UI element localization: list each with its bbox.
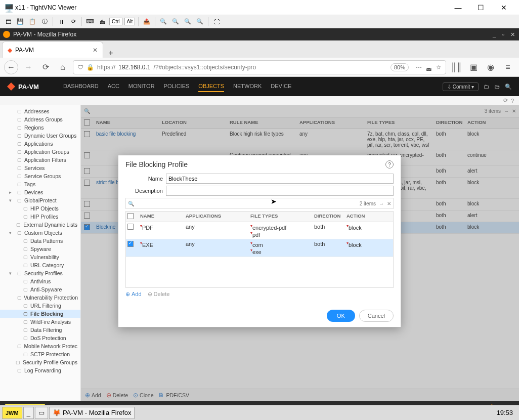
- sidebar-item-application-filters[interactable]: ▢Application Filters: [0, 156, 80, 164]
- dialog-table-row[interactable]: ▾PDFany▾encrypted-pdf▾pdfboth▾block: [126, 222, 393, 239]
- sidebar-item-log-forwarding[interactable]: ▢Log Forwarding: [0, 366, 80, 374]
- vnc-info-icon[interactable]: ⓘ: [39, 17, 50, 27]
- ok-button[interactable]: OK: [327, 310, 355, 322]
- dcol-name[interactable]: NAME: [138, 212, 184, 222]
- taskbar-app-firefox[interactable]: 🦊PA-VM - Mozilla Firefox: [49, 407, 135, 419]
- vnc-cad-icon[interactable]: ⌨: [85, 17, 95, 27]
- browser-tab[interactable]: ◆ PA-VM ✕: [2, 41, 103, 58]
- vnc-pause-icon[interactable]: ⏸: [56, 17, 66, 27]
- firefox-close-button[interactable]: ✕: [509, 31, 516, 38]
- vnc-new-conn-icon[interactable]: 🗔: [3, 17, 13, 27]
- row-checkbox[interactable]: [127, 241, 134, 247]
- dcol-ft[interactable]: FILE TYPES: [248, 212, 312, 222]
- sidebar-item-external-dynamic-lists[interactable]: ▢External Dynamic Lists: [0, 221, 80, 229]
- cancel-button[interactable]: Cancel: [359, 310, 394, 322]
- nav-item-device[interactable]: DEVICE: [271, 81, 291, 92]
- nav-item-policies[interactable]: POLICIES: [164, 81, 190, 92]
- dcol-act[interactable]: ACTION: [344, 212, 389, 222]
- refresh-icon[interactable]: ⟳: [503, 97, 508, 104]
- sidebar-item-vulnerability-protection[interactable]: ▢Vulnerability Protection: [0, 293, 80, 302]
- firefox-maximize-button[interactable]: ▫: [500, 31, 507, 38]
- firefox-minimize-button[interactable]: _: [491, 31, 498, 38]
- vnc-zoomout-icon[interactable]: 🔍: [170, 17, 181, 27]
- jwm-menu-button[interactable]: JWM: [2, 407, 22, 419]
- sidebar-item-address-groups[interactable]: ▢Address Groups: [0, 115, 80, 123]
- nav-item-objects[interactable]: OBJECTS: [198, 81, 224, 92]
- forward-button[interactable]: →: [21, 60, 35, 74]
- sidebar-item-addresses[interactable]: ▢Addresses: [0, 107, 80, 115]
- sidebar-item-spyware[interactable]: ▢Spyware: [0, 245, 80, 253]
- dcol-app[interactable]: APPLICATIONS: [184, 212, 248, 222]
- sidebar-item-dos-protection[interactable]: ▢DoS Protection: [0, 334, 80, 342]
- vnc-fullscreen-icon[interactable]: ⛶: [211, 17, 222, 27]
- description-input[interactable]: [166, 186, 394, 196]
- sidebar-item-service-groups[interactable]: ▢Service Groups: [0, 172, 80, 180]
- reader-badge-icon[interactable]: ◛: [426, 64, 432, 71]
- sidebar-item-file-blocking[interactable]: ▢File Blocking: [0, 310, 80, 318]
- sidebar-icon[interactable]: ▣: [466, 60, 481, 74]
- sidebar-item-application-groups[interactable]: ▢Application Groups: [0, 148, 80, 156]
- home-button[interactable]: ⌂: [56, 60, 70, 74]
- vnc-alt-key[interactable]: Alt: [124, 18, 136, 25]
- window-maximize-button[interactable]: ☐: [469, 1, 492, 15]
- sidebar-item-security-profile-groups[interactable]: ▢Security Profile Groups: [0, 358, 80, 366]
- clear-icon[interactable]: ✕: [387, 201, 391, 206]
- sidebar-item-vulnerability[interactable]: ▢Vulnerability: [0, 253, 80, 261]
- sidebar-item-data-filtering[interactable]: ▢Data Filtering: [0, 326, 80, 334]
- vnc-options-icon[interactable]: 📋: [27, 17, 37, 27]
- library-icon[interactable]: ║║: [449, 60, 463, 74]
- search-icon[interactable]: 🔍: [128, 201, 134, 206]
- help-icon[interactable]: ?: [511, 98, 514, 104]
- nav-item-dashboard[interactable]: DASHBOARD: [63, 81, 99, 92]
- dialog-help-icon[interactable]: ?: [385, 160, 394, 169]
- sidebar-item-anti-spyware[interactable]: ▢Anti-Spyware: [0, 285, 80, 293]
- url-bar[interactable]: 🛡 🔒 https://192.168.0.1/?#objects::vsys1…: [73, 60, 446, 74]
- header-folder-icon[interactable]: 🗀: [484, 83, 489, 90]
- dialog-table-row[interactable]: ▾EXEany▾com▾exeboth▾block: [126, 239, 393, 257]
- nav-item-network[interactable]: NETWORK: [233, 81, 262, 92]
- dcol-dir[interactable]: DIRECTION: [312, 212, 344, 222]
- sidebar-item-url-filtering[interactable]: ▢URL Filtering: [0, 302, 80, 310]
- back-button[interactable]: ←: [4, 60, 18, 74]
- sidebar-item-devices[interactable]: ▸▢Devices: [0, 188, 80, 196]
- header-config-icon[interactable]: 🗁: [494, 83, 500, 90]
- vnc-ctrlesc-icon[interactable]: 🖮: [97, 17, 107, 27]
- vnc-zoomauto-icon[interactable]: 🔍: [195, 17, 205, 27]
- name-input[interactable]: [166, 174, 394, 184]
- page-actions-icon[interactable]: ⋯: [416, 64, 422, 71]
- sidebar-item-hip-profiles[interactable]: ▢HIP Profiles: [0, 213, 80, 221]
- new-tab-button[interactable]: +: [103, 49, 118, 58]
- dialog-delete-button[interactable]: ⊖Delete: [148, 291, 170, 298]
- sidebar-item-custom-objects[interactable]: ▾▢Custom Objects: [0, 229, 80, 237]
- arrow-right-icon[interactable]: →: [379, 201, 384, 206]
- sidebar-item-dynamic-user-groups[interactable]: ▢Dynamic User Groups: [0, 132, 80, 140]
- sidebar-item-mobile-network-protec[interactable]: ▢Mobile Network Protec: [0, 342, 80, 350]
- sidebar-item-tags[interactable]: ▢Tags: [0, 180, 80, 188]
- vnc-zoom100-icon[interactable]: 🔍: [183, 17, 193, 27]
- show-desktop-button[interactable]: _: [23, 407, 34, 419]
- window-close-button[interactable]: ✕: [492, 1, 515, 15]
- menu-icon[interactable]: ≡: [501, 60, 515, 74]
- vnc-refresh-icon[interactable]: ⟳: [68, 17, 78, 27]
- pa-sidebar[interactable]: ▢Addresses▢Address Groups▢Regions▢Dynami…: [0, 105, 81, 401]
- sidebar-item-regions[interactable]: ▢Regions: [0, 123, 80, 132]
- nav-item-acc[interactable]: ACC: [108, 81, 119, 92]
- vnc-ctrl-key[interactable]: Ctrl: [109, 18, 122, 25]
- window-minimize-button[interactable]: —: [447, 1, 469, 15]
- header-search-icon[interactable]: 🔍: [505, 83, 512, 90]
- sidebar-item-data-patterns[interactable]: ▢Data Patterns: [0, 237, 80, 245]
- vnc-transfer-icon[interactable]: 📤: [142, 17, 152, 27]
- tab-close-icon[interactable]: ✕: [93, 47, 98, 54]
- dialog-select-all-checkbox[interactable]: [127, 213, 134, 219]
- commit-button[interactable]: ⇩ Commit ▾: [443, 82, 479, 91]
- dialog-add-button[interactable]: ⊕Add: [125, 291, 142, 298]
- sidebar-item-globalprotect[interactable]: ▾▢GlobalProtect: [0, 196, 80, 204]
- reload-button[interactable]: ⟳: [38, 60, 53, 74]
- vnc-zoomin-icon[interactable]: 🔍: [158, 17, 168, 27]
- sidebar-item-sctp-protection[interactable]: ▢SCTP Protection: [0, 350, 80, 358]
- sidebar-item-hip-objects[interactable]: ▢HIP Objects: [0, 204, 80, 213]
- row-checkbox[interactable]: [127, 224, 134, 230]
- sidebar-item-antivirus[interactable]: ▢Antivirus: [0, 277, 80, 285]
- sidebar-item-url-category[interactable]: ▢URL Category: [0, 261, 80, 269]
- taskbar-windows-button[interactable]: ▭: [35, 407, 48, 419]
